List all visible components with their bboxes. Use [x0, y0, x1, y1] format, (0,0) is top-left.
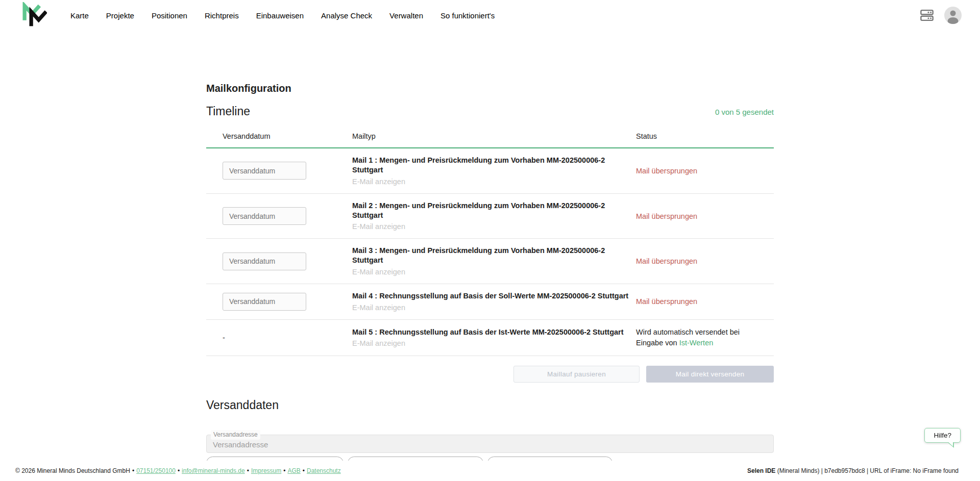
nav-item-verwalten[interactable]: Verwalten	[389, 11, 423, 20]
nav-item-einbauweisen[interactable]: Einbauweisen	[256, 11, 304, 20]
footer: © 2026 Mineral Minds Deutschland GmbH•07…	[0, 461, 980, 481]
footer-legal: © 2026 Mineral Minds Deutschland GmbH•07…	[15, 467, 341, 474]
status-cell: Mail übersprungen	[633, 193, 774, 239]
footer-ide-name: Selen IDE	[747, 467, 775, 474]
status-cell: Mail übersprungen	[633, 148, 774, 193]
footer-link-07151-250100[interactable]: 07151/250100	[136, 467, 176, 474]
versanddatum-cell	[206, 284, 344, 320]
table-row: Mail 2 : Mengen- und Preisrückmeldung zu…	[206, 193, 774, 239]
mail-title: Mail 5 : Rechnungsstellung auf Basis der…	[352, 327, 633, 337]
table-row: Mail 3 : Mengen- und Preisrückmeldung zu…	[206, 239, 774, 284]
mailtyp-cell: Mail 5 : Rechnungsstellung auf Basis der…	[344, 319, 633, 356]
mail-title: Mail 1 : Mengen- und Preisrückmeldung zu…	[352, 156, 633, 175]
show-email-link[interactable]: E-Mail anzeigen	[352, 303, 405, 312]
footer-link-info-mineral-minds-de[interactable]: info@mineral-minds.de	[182, 467, 245, 474]
footer-link-agb[interactable]: AGB	[287, 467, 300, 474]
footer-separator: •	[247, 467, 249, 474]
mail-timeline-table: Versanddatum Mailtyp Status Mail 1 : Men…	[206, 129, 774, 356]
main-menu: KarteProjektePositionenRichtpreisEinbauw…	[70, 11, 495, 20]
table-row: - Mail 5 : Rechnungsstellung auf Basis d…	[206, 319, 774, 356]
sent-count-badge: 0 von 5 gesendet	[715, 108, 774, 118]
table-header-row: Versanddatum Mailtyp Status	[206, 129, 774, 148]
status-cell: Mail übersprungen	[633, 284, 774, 320]
column-header-status: Status	[633, 129, 774, 148]
versanddatum-cell: -	[206, 319, 344, 356]
status-skipped-label: Mail übersprungen	[636, 212, 697, 220]
mailtyp-cell: Mail 2 : Mengen- und Preisrückmeldung zu…	[344, 193, 633, 239]
footer-separator: •	[132, 467, 134, 474]
versanddaten-heading: Versanddaten	[206, 398, 774, 412]
versanddatum-input[interactable]	[223, 293, 306, 311]
main-content: Mailkonfiguration Timeline 0 von 5 gesen…	[206, 31, 774, 481]
status-skipped-label: Mail übersprungen	[636, 167, 697, 175]
footer-ide-detail: (Mineral Minds) | b7edb957bdc8 | URL of …	[775, 467, 959, 474]
versanddatum-cell	[206, 239, 344, 284]
nav-item-projekte[interactable]: Projekte	[106, 11, 134, 20]
versanddatum-input[interactable]	[223, 162, 306, 180]
footer-ide-info: Selen IDE (Mineral Minds) | b7edb957bdc8…	[747, 467, 959, 474]
nav-item-so-funktioniert-s[interactable]: So funktioniert's	[440, 11, 495, 20]
table-row: Mail 4 : Rechnungsstellung auf Basis der…	[206, 284, 774, 320]
navbar-actions	[920, 7, 962, 24]
mail-title: Mail 4 : Rechnungsstellung auf Basis der…	[352, 291, 633, 301]
mailtyp-cell: Mail 4 : Rechnungsstellung auf Basis der…	[344, 284, 633, 320]
footer-link-impressum[interactable]: Impressum	[251, 467, 281, 474]
mineral-minds-logo[interactable]	[20, 2, 47, 29]
mailtyp-cell: Mail 1 : Mengen- und Preisrückmeldung zu…	[344, 148, 633, 193]
timeline-header: Timeline 0 von 5 gesendet	[206, 105, 774, 118]
column-header-mailtyp: Mailtyp	[344, 129, 633, 148]
mail-title: Mail 3 : Mengen- und Preisrückmeldung zu…	[352, 246, 633, 265]
ist-werten-link[interactable]: Ist-Werten	[679, 339, 714, 347]
show-email-link[interactable]: E-Mail anzeigen	[352, 178, 405, 186]
footer-separator: •	[303, 467, 305, 474]
footer-link-datenschutz[interactable]: Datenschutz	[307, 467, 341, 474]
versandadresse-input[interactable]	[207, 435, 773, 452]
mail-actions: Maillauf pausieren Mail direkt versenden	[206, 366, 774, 383]
versandadresse-field: Versandadresse	[206, 435, 774, 453]
nav-item-analyse-check[interactable]: Analyse Check	[321, 11, 372, 20]
show-email-link[interactable]: E-Mail anzeigen	[352, 339, 405, 347]
versanddatum-input[interactable]	[223, 252, 306, 270]
footer-separator: •	[283, 467, 285, 474]
column-header-versanddatum: Versanddatum	[206, 129, 344, 148]
mailtyp-cell: Mail 3 : Mengen- und Preisrückmeldung zu…	[344, 239, 633, 284]
page-title: Mailkonfiguration	[206, 83, 774, 94]
show-email-link[interactable]: E-Mail anzeigen	[352, 268, 405, 276]
show-email-link[interactable]: E-Mail anzeigen	[352, 222, 405, 231]
status-skipped-label: Mail übersprungen	[636, 257, 697, 265]
nav-item-richtpreis[interactable]: Richtpreis	[205, 11, 239, 20]
avatar-icon[interactable]	[944, 7, 962, 24]
versanddatum-cell	[206, 193, 344, 239]
send-mail-direct-button[interactable]: Mail direkt versenden	[646, 366, 774, 383]
footer-separator: •	[178, 467, 180, 474]
nav-item-positionen[interactable]: Positionen	[152, 11, 187, 20]
status-auto-label: Wird automatisch versendet bei Eingabe v…	[636, 327, 766, 348]
status-cell: Mail übersprungen	[633, 239, 774, 284]
timeline-heading: Timeline	[206, 105, 250, 118]
no-date-dash: -	[223, 334, 225, 342]
help-button[interactable]: Hilfe?	[924, 428, 961, 443]
footer-copyright: © 2026 Mineral Minds Deutschland GmbH	[15, 467, 130, 474]
nav-item-karte[interactable]: Karte	[70, 11, 89, 20]
server-icon[interactable]	[920, 8, 934, 22]
top-navbar: KarteProjektePositionenRichtpreisEinbauw…	[0, 0, 980, 31]
table-row: Mail 1 : Mengen- und Preisrückmeldung zu…	[206, 148, 774, 193]
status-cell: Wird automatisch versendet bei Eingabe v…	[633, 319, 774, 356]
versandadresse-label: Versandadresse	[211, 430, 260, 440]
mail-title: Mail 2 : Mengen- und Preisrückmeldung zu…	[352, 201, 633, 220]
pause-maillauf-button[interactable]: Maillauf pausieren	[513, 366, 640, 383]
versanddatum-cell	[206, 148, 344, 193]
versanddatum-input[interactable]	[223, 207, 306, 225]
status-skipped-label: Mail übersprungen	[636, 297, 697, 306]
